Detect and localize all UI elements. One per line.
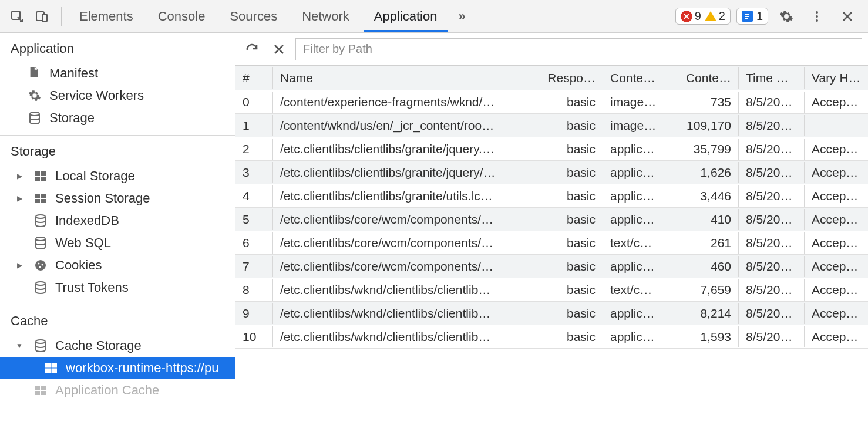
table-row[interactable]: 1/content/wknd/us/en/_jcr_content/roo…ba…	[235, 114, 868, 137]
sidebar-item-local-storage[interactable]: ▶ Local Storage	[0, 165, 235, 187]
td-content-length: 8,214	[669, 303, 739, 324]
td-content-length: 35,799	[669, 139, 739, 160]
sidebar-item-indexeddb[interactable]: IndexedDB	[0, 210, 235, 232]
td-time-cached: 8/5/20…	[739, 232, 805, 254]
td-time-cached: 8/5/20…	[739, 92, 805, 113]
td-name: /content/wknd/us/en/_jcr_content/roo…	[273, 115, 537, 136]
td-content-length: 109,170	[669, 115, 739, 136]
td-content-type: applic…	[603, 256, 669, 277]
td-time-cached: 8/5/20…	[739, 209, 805, 230]
svg-rect-17	[41, 199, 46, 203]
refresh-icon[interactable]	[241, 39, 263, 60]
td-vary-header: Accep…	[805, 139, 868, 160]
svg-point-20	[35, 260, 46, 271]
tab-elements[interactable]: Elements	[69, 0, 144, 32]
table-row[interactable]: 4/etc.clientlibs/clientlibs/granite/util…	[235, 184, 868, 208]
tab-application[interactable]: Application	[364, 0, 448, 32]
sidebar-item-storage[interactable]: Storage	[0, 107, 235, 129]
tab-sources[interactable]: Sources	[219, 0, 288, 32]
warning-icon	[705, 11, 716, 21]
collapse-icon: ▼	[13, 342, 26, 350]
svg-rect-2	[42, 14, 47, 22]
table-row[interactable]: 8/etc.clientlibs/wknd/clientlibs/clientl…	[235, 278, 868, 302]
filter-input[interactable]	[295, 38, 862, 60]
svg-point-19	[36, 237, 45, 241]
sidebar-item-label: Cache Storage	[55, 338, 142, 353]
svg-point-22	[42, 264, 43, 266]
td-time-cached: 8/5/20…	[739, 303, 805, 324]
svg-rect-5	[745, 18, 748, 19]
tab-network[interactable]: Network	[291, 0, 360, 32]
td-index: 1	[235, 115, 273, 136]
sidebar-item-cookies[interactable]: ▶ Cookies	[0, 254, 235, 276]
td-content-type: image…	[603, 92, 669, 113]
td-response-type: basic	[537, 92, 603, 113]
sidebar-item-manifest[interactable]: Manifest	[0, 62, 235, 85]
svg-rect-30	[35, 386, 40, 390]
issues-badge[interactable]: 1	[736, 8, 768, 25]
th-time-cached[interactable]: Time …	[739, 68, 805, 89]
th-name[interactable]: Name	[273, 68, 537, 89]
td-index: 0	[235, 92, 273, 113]
error-warning-badge[interactable]: ✕9 2	[675, 8, 731, 25]
td-time-cached: 8/5/20…	[739, 115, 805, 136]
td-vary-header: Accep…	[805, 326, 868, 347]
table-row[interactable]: 3/etc.clientlibs/clientlibs/granite/jque…	[235, 161, 868, 184]
clear-icon[interactable]	[268, 39, 290, 60]
database-icon	[33, 281, 48, 294]
sidebar-item-session-storage[interactable]: ▶ Session Storage	[0, 187, 235, 210]
sidebar-item-service-workers[interactable]: Service Workers	[0, 85, 235, 107]
expand-icon: ▶	[13, 172, 26, 180]
svg-point-23	[39, 266, 41, 268]
more-tabs-icon[interactable]: »	[451, 0, 472, 32]
sidebar-item-application-cache[interactable]: Application Cache	[0, 379, 235, 401]
td-vary-header: Accep…	[805, 279, 868, 301]
td-time-cached: 8/5/20…	[739, 139, 805, 160]
th-content-length[interactable]: Conte…	[669, 68, 739, 89]
td-content-length: 735	[669, 92, 739, 113]
th-content-type[interactable]: Conte…	[603, 68, 669, 89]
section-application-title: Application	[0, 33, 235, 62]
sidebar-item-label: Service Workers	[49, 88, 144, 103]
sidebar-item-cache-entry[interactable]: workbox-runtime-https://pu	[0, 357, 235, 379]
sidebar-item-label: Application Cache	[55, 383, 159, 398]
td-content-length: 261	[669, 232, 739, 254]
td-vary-header: Accep…	[805, 92, 868, 113]
th-vary-header[interactable]: Vary H…	[805, 68, 868, 89]
cookie-icon	[33, 259, 48, 271]
close-icon[interactable]	[835, 4, 860, 29]
sidebar-item-label: Trust Tokens	[55, 280, 129, 295]
sidebar-item-websql[interactable]: Web SQL	[0, 232, 235, 254]
svg-rect-28	[45, 369, 51, 373]
table-icon	[43, 363, 59, 373]
tab-console[interactable]: Console	[147, 0, 216, 32]
td-content-length: 410	[669, 209, 739, 230]
table-row[interactable]: 10/etc.clientlibs/wknd/clientlibs/client…	[235, 325, 868, 349]
table-row[interactable]: 7/etc.clientlibs/core/wcm/components/…ba…	[235, 255, 868, 278]
table-icon	[33, 386, 48, 395]
th-response-type[interactable]: Respo…	[537, 68, 603, 89]
svg-rect-15	[41, 194, 46, 198]
table-row[interactable]: 0/content/experience-fragments/wknd/…bas…	[235, 90, 868, 114]
td-time-cached: 8/5/20…	[739, 162, 805, 183]
error-icon: ✕	[681, 11, 692, 22]
expand-icon: ▶	[13, 194, 26, 203]
table-row[interactable]: 9/etc.clientlibs/wknd/clientlibs/clientl…	[235, 302, 868, 325]
table-row[interactable]: 5/etc.clientlibs/core/wcm/components/…ba…	[235, 208, 868, 231]
device-toggle-icon[interactable]	[29, 4, 54, 29]
table-row[interactable]: 6/etc.clientlibs/core/wcm/components/…ba…	[235, 231, 868, 255]
sidebar-item-trust-tokens[interactable]: Trust Tokens	[0, 276, 235, 299]
svg-point-6	[816, 11, 818, 14]
table-row[interactable]: 2/etc.clientlibs/clientlibs/granite/jque…	[235, 137, 868, 161]
kebab-menu-icon[interactable]	[805, 4, 829, 29]
inspect-element-icon[interactable]	[5, 4, 29, 29]
settings-icon[interactable]	[774, 4, 799, 29]
td-vary-header: Accep…	[805, 209, 868, 230]
devtools-toolbar: Elements Console Sources Network Applica…	[0, 0, 868, 33]
td-name: /etc.clientlibs/clientlibs/granite/jquer…	[273, 162, 537, 183]
svg-rect-32	[35, 391, 40, 395]
td-index: 10	[235, 326, 273, 347]
th-index[interactable]: #	[235, 68, 273, 89]
td-vary-header: Accep…	[805, 232, 868, 254]
sidebar-item-cache-storage[interactable]: ▼ Cache Storage	[0, 335, 235, 357]
